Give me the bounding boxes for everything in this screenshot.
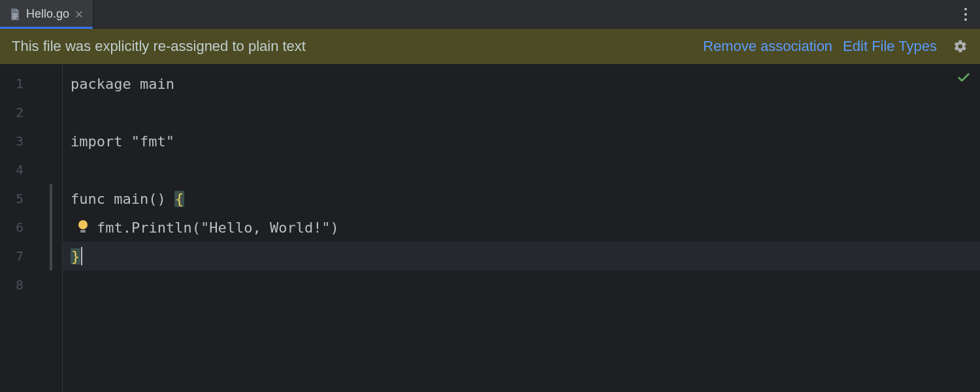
line-number: 4 (0, 162, 29, 178)
tab-filename: Hello.go (26, 7, 69, 21)
tab-options-button[interactable] (951, 0, 980, 28)
file-tab[interactable]: Hello.go (0, 0, 93, 28)
code-line[interactable]: import "fmt" (63, 127, 980, 155)
file-icon (9, 8, 21, 20)
gear-icon[interactable] (953, 39, 968, 54)
code-line[interactable]: package main (63, 69, 980, 98)
code-line[interactable]: fmt.Println("Hello, World!") (63, 213, 980, 242)
svg-point-3 (964, 8, 967, 10)
svg-rect-0 (12, 14, 18, 14)
line-number: 7 (0, 248, 29, 264)
line-number: 2 (0, 105, 29, 120)
code-line[interactable] (63, 270, 980, 299)
edit-file-types-link[interactable]: Edit File Types (843, 38, 937, 55)
gutter: 1 2 3 4 5 6 7 8 (0, 64, 63, 392)
banner-message: This file was explicitly re-assigned to … (12, 38, 693, 55)
brace-close: } (71, 248, 80, 265)
brace-open: { (174, 191, 184, 207)
more-vertical-icon (964, 7, 968, 22)
intention-bulb-icon[interactable] (76, 220, 90, 235)
svg-point-4 (964, 13, 967, 16)
line-number: 6 (0, 220, 29, 235)
code-line[interactable]: } (63, 242, 980, 270)
code-line[interactable]: func main() { (63, 184, 980, 213)
code-line[interactable] (63, 155, 980, 184)
code-line[interactable] (63, 98, 980, 127)
code-editor[interactable]: 1 2 3 4 5 6 7 8 package main import "fmt… (0, 64, 980, 392)
svg-rect-2 (12, 18, 16, 18)
line-number: 5 (0, 191, 29, 206)
tab-bar: Hello.go (0, 0, 980, 29)
code-area[interactable]: package main import "fmt" func main() { … (63, 64, 980, 392)
line-number: 3 (0, 133, 29, 149)
editor-window: Hello.go This file was explicitly re-ass… (0, 0, 980, 392)
file-type-banner: This file was explicitly re-assigned to … (0, 29, 980, 64)
line-number: 1 (0, 76, 29, 91)
line-number: 8 (0, 277, 29, 293)
svg-rect-1 (12, 16, 18, 16)
remove-association-link[interactable]: Remove association (703, 38, 832, 55)
active-tab-indicator (0, 27, 93, 29)
close-icon[interactable] (74, 10, 84, 19)
caret (81, 247, 82, 265)
svg-point-5 (964, 18, 967, 21)
